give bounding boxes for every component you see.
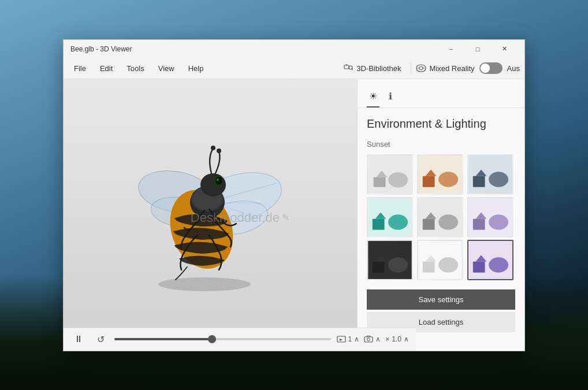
svg-point-59 — [367, 338, 370, 341]
bottom-right-controls: 1 ∧ ∧ × 1.0 ∧ — [337, 335, 409, 343]
panel-tabs: ☀ ℹ — [358, 79, 524, 108]
window-title: Bee.glb - 3D Viewer — [70, 45, 438, 53]
env-thumb-6 — [468, 198, 512, 236]
svg-point-28 — [438, 172, 458, 187]
svg-rect-34 — [373, 218, 385, 229]
progress-fill — [114, 338, 212, 340]
menu-edit[interactable]: Edit — [94, 62, 118, 75]
menu-right: 3D-Bibliothek Mixed Reality Aus — [339, 61, 520, 75]
svg-point-56 — [489, 257, 508, 272]
camera-icon — [364, 335, 373, 343]
menu-bar: File Edit Tools View Help 3D-Bibliothek — [64, 58, 524, 79]
env-item-7[interactable] — [367, 240, 413, 280]
env-thumb-4 — [368, 198, 412, 236]
svg-rect-46 — [373, 261, 385, 272]
panel-content: Environment & Lighting Sunset — [358, 108, 524, 351]
svg-rect-26 — [423, 176, 435, 187]
svg-point-32 — [489, 172, 508, 187]
svg-rect-21 — [368, 155, 411, 194]
reset-icon: ↺ — [97, 334, 105, 345]
tab-lighting[interactable]: ☀ — [367, 86, 379, 107]
env-item-1[interactable] — [367, 154, 413, 195]
anim-up-icon[interactable]: ∧ — [354, 335, 359, 343]
progress-bar[interactable] — [114, 338, 331, 340]
reset-button[interactable]: ↺ — [92, 331, 109, 347]
camera-control: ∧ — [364, 335, 381, 343]
progress-thumb[interactable] — [208, 335, 216, 343]
menu-view[interactable]: View — [152, 62, 180, 75]
minimize-button[interactable]: − — [438, 40, 464, 58]
zoom-up-icon[interactable]: ∧ — [404, 335, 409, 343]
main-content: Deskmodder.de ✎ ☀ ℹ Environment & Lighti… — [64, 79, 524, 351]
app-window: Bee.glb - 3D Viewer − □ ✕ File Edit Tool… — [63, 39, 525, 351]
env-thumb-9 — [468, 241, 512, 279]
camera-up-icon[interactable]: ∧ — [375, 335, 381, 343]
env-item-2[interactable] — [417, 154, 463, 195]
svg-rect-50 — [423, 261, 435, 272]
svg-point-2 — [419, 66, 423, 70]
env-item-9[interactable] — [467, 240, 513, 280]
env-item-5[interactable] — [417, 197, 463, 237]
animation-icon — [337, 335, 346, 343]
zoom-control: × 1.0 ∧ — [385, 335, 409, 343]
svg-point-44 — [489, 214, 508, 229]
save-settings-button[interactable]: Save settings — [367, 289, 515, 310]
pause-button[interactable]: ⏸ — [70, 331, 87, 347]
close-button[interactable]: ✕ — [491, 40, 518, 58]
viewport[interactable]: Deskmodder.de ✎ — [64, 79, 357, 351]
env-thumb-3 — [468, 155, 512, 194]
env-thumb-2 — [418, 155, 462, 194]
env-item-8[interactable] — [417, 240, 463, 280]
zoom-multiply-icon: × — [385, 335, 389, 343]
bee-container: Deskmodder.de ✎ — [64, 79, 357, 351]
mixed-reality-label: Mixed Reality — [430, 64, 475, 73]
svg-rect-42 — [473, 218, 485, 229]
svg-point-3 — [158, 277, 251, 291]
library-label: 3D-Bibliothek — [356, 64, 401, 73]
mixed-reality-button[interactable]: Mixed Reality — [416, 64, 475, 73]
menu-file[interactable]: File — [68, 62, 92, 75]
env-thumb-8 — [418, 241, 462, 279]
svg-point-36 — [388, 214, 408, 229]
lighting-icon: ☀ — [369, 91, 377, 101]
env-item-6[interactable] — [467, 197, 513, 237]
watermark-icon: ✎ — [282, 212, 289, 223]
svg-point-18 — [217, 179, 219, 181]
env-thumb-5 — [418, 198, 462, 236]
svg-rect-0 — [344, 65, 349, 69]
svg-point-20 — [211, 146, 215, 150]
title-bar: Bee.glb - 3D Viewer − □ ✕ — [64, 40, 524, 58]
svg-rect-58 — [364, 337, 373, 342]
menu-separator — [411, 62, 411, 74]
svg-point-17 — [215, 177, 222, 185]
svg-rect-54 — [473, 261, 485, 272]
section-label: Sunset — [367, 140, 515, 148]
svg-rect-30 — [473, 176, 485, 187]
svg-point-52 — [438, 257, 458, 272]
toggle-state-label: Aus — [507, 64, 520, 73]
pause-icon: ⏸ — [74, 334, 83, 344]
animation-control: 1 ∧ — [337, 335, 360, 343]
svg-rect-22 — [374, 177, 386, 187]
svg-point-48 — [388, 257, 408, 272]
menu-help[interactable]: Help — [183, 62, 210, 75]
info-icon: ℹ — [389, 91, 392, 101]
maximize-button[interactable]: □ — [464, 40, 491, 58]
library-button[interactable]: 3D-Bibliothek — [339, 61, 405, 75]
right-panel: ☀ ℹ Environment & Lighting Sunset — [357, 79, 524, 351]
library-icon — [344, 64, 353, 73]
svg-rect-57 — [337, 336, 345, 342]
svg-rect-38 — [423, 218, 435, 229]
svg-point-24 — [388, 172, 408, 187]
env-item-3[interactable] — [467, 154, 513, 195]
tab-info[interactable]: ℹ — [386, 86, 395, 107]
anim-count: 1 — [348, 335, 352, 343]
panel-title: Environment & Lighting — [367, 117, 515, 131]
env-item-4[interactable] — [367, 197, 413, 237]
window-controls: − □ ✕ — [438, 40, 518, 58]
playback-controls: ⏸ ↺ 1 ∧ ∧ — [64, 328, 416, 351]
mixed-reality-toggle[interactable] — [479, 62, 503, 74]
env-thumb-1 — [368, 155, 412, 194]
menu-tools[interactable]: Tools — [121, 62, 150, 75]
environment-grid — [367, 154, 515, 280]
